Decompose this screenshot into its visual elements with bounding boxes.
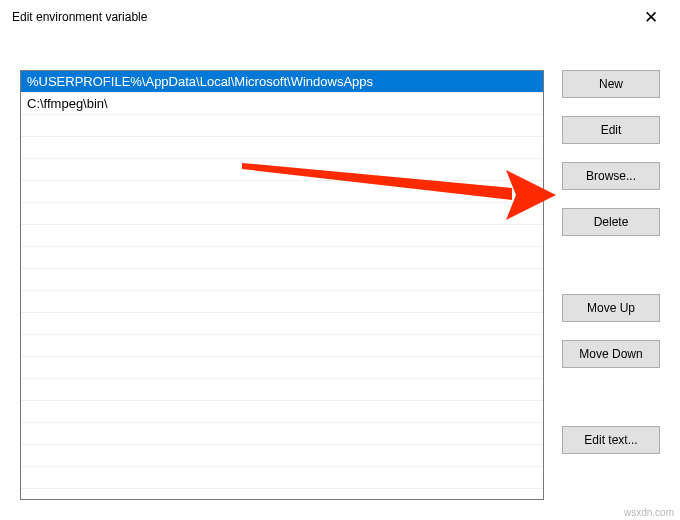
watermark: wsxdn.com <box>624 507 674 518</box>
path-listbox[interactable]: %USERPROFILE%\AppData\Local\Microsoft\Wi… <box>20 70 544 500</box>
new-button[interactable]: New <box>562 70 660 98</box>
path-row[interactable]: C:\ffmpeg\bin\ <box>21 93 543 115</box>
close-icon[interactable]: ✕ <box>636 5 666 30</box>
path-row[interactable] <box>21 291 543 313</box>
browse-button[interactable]: Browse... <box>562 162 660 190</box>
move-up-button[interactable]: Move Up <box>562 294 660 322</box>
path-row[interactable] <box>21 159 543 181</box>
path-row[interactable] <box>21 401 543 423</box>
path-row[interactable] <box>21 423 543 445</box>
path-row[interactable] <box>21 203 543 225</box>
titlebar: Edit environment variable ✕ <box>0 0 680 34</box>
move-down-button[interactable]: Move Down <box>562 340 660 368</box>
delete-button[interactable]: Delete <box>562 208 660 236</box>
path-row[interactable] <box>21 357 543 379</box>
edit-text-button[interactable]: Edit text... <box>562 426 660 454</box>
path-row[interactable] <box>21 247 543 269</box>
path-row[interactable] <box>21 467 543 489</box>
window-title: Edit environment variable <box>12 10 147 24</box>
path-row[interactable] <box>21 137 543 159</box>
path-row[interactable] <box>21 269 543 291</box>
path-row[interactable] <box>21 445 543 467</box>
path-row[interactable] <box>21 379 543 401</box>
edit-button[interactable]: Edit <box>562 116 660 144</box>
path-row[interactable] <box>21 181 543 203</box>
button-column: New Edit Browse... Delete Move Up Move D… <box>562 70 660 510</box>
path-row[interactable]: %USERPROFILE%\AppData\Local\Microsoft\Wi… <box>21 71 543 93</box>
path-row[interactable] <box>21 115 543 137</box>
path-row[interactable] <box>21 335 543 357</box>
dialog-content: %USERPROFILE%\AppData\Local\Microsoft\Wi… <box>0 34 680 520</box>
path-row[interactable] <box>21 225 543 247</box>
path-row[interactable] <box>21 313 543 335</box>
